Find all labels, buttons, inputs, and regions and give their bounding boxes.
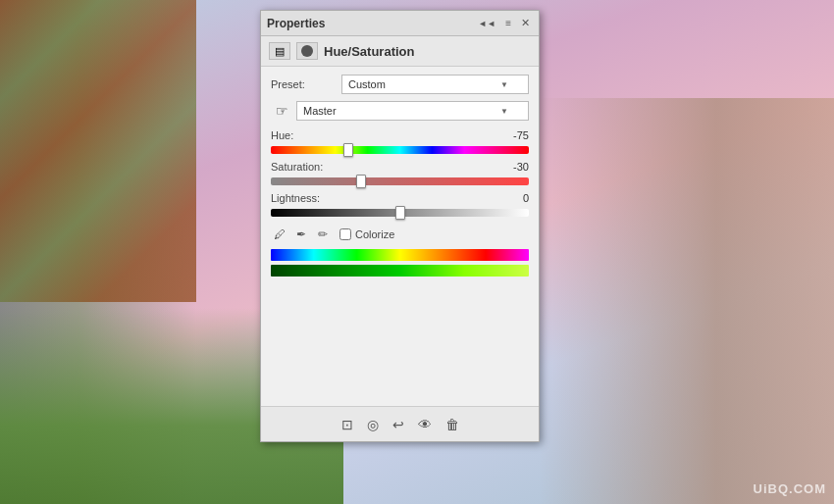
- hue-value: -75: [499, 129, 529, 141]
- visibility-circle-icon: ◎: [367, 417, 379, 432]
- create-layer-button[interactable]: ⊡: [339, 415, 355, 434]
- tools-group: 🖊 ✒ ✏: [271, 226, 332, 243]
- channel-dropdown[interactable]: Master ▼: [296, 101, 529, 121]
- colorize-checkbox[interactable]: [339, 228, 351, 240]
- panel-body: Preset: Custom ▼ ☞ Master ▼: [261, 67, 539, 406]
- spectrum-section: [271, 249, 529, 277]
- preset-label: Preset:: [271, 78, 341, 90]
- eyedropper-icon[interactable]: 🖊: [271, 226, 288, 243]
- circle-icon[interactable]: [296, 42, 318, 60]
- menu-icon: ≡: [505, 18, 511, 28]
- hue-slider-track-wrapper[interactable]: [271, 143, 529, 157]
- saturation-slider-row: Saturation: -30: [271, 161, 529, 188]
- saturation-slider-thumb[interactable]: [356, 175, 366, 188]
- title-bar-left: Properties: [267, 17, 325, 30]
- bg-right-arches: [540, 98, 834, 504]
- lightness-slider-thumb[interactable]: [395, 206, 405, 220]
- hue-slider-track: [271, 146, 529, 154]
- lightness-slider-row: Lightness: 0: [271, 192, 529, 220]
- layer-icon-symbol: ▤: [275, 45, 285, 58]
- section-header: ▤ Hue/Saturation: [261, 36, 539, 67]
- hue-slider-header: Hue: -75: [271, 129, 529, 141]
- title-controls: ◄◄ ≡ ✕: [475, 16, 533, 30]
- delete-button[interactable]: 🗑: [443, 415, 461, 434]
- add-sample-symbol: ✒: [296, 227, 306, 241]
- collapse-icon: ◄◄: [478, 19, 495, 28]
- colorize-label: Colorize: [355, 228, 394, 240]
- lightness-slider-track: [271, 209, 529, 217]
- hue-slider-thumb[interactable]: [343, 143, 353, 157]
- section-title: Hue/Saturation: [324, 44, 414, 59]
- properties-panel: Properties ◄◄ ≡ ✕ ▤ Hue/Saturation Prese…: [260, 10, 540, 442]
- lightness-label: Lightness:: [271, 192, 320, 204]
- bottom-toolbar: ⊡ ◎ ↩ 👁 🗑: [261, 406, 539, 441]
- preset-value: Custom: [348, 78, 386, 90]
- saturation-slider-track: [271, 177, 529, 185]
- watermark: UiBQ.COM: [754, 481, 826, 496]
- reset-button[interactable]: ↩: [391, 415, 406, 434]
- lightness-value: 0: [499, 192, 529, 204]
- preset-dropdown[interactable]: Custom ▼: [341, 75, 529, 94]
- subtract-sample-icon[interactable]: ✏: [314, 226, 332, 243]
- spectrum-green-bar: [271, 265, 529, 277]
- panel-empty-space: [271, 280, 529, 398]
- colorize-row: 🖊 ✒ ✏ Colorize: [271, 226, 529, 243]
- eye-button[interactable]: 👁: [416, 415, 434, 434]
- preset-row: Preset: Custom ▼: [271, 75, 529, 94]
- saturation-slider-header: Saturation: -30: [271, 161, 529, 173]
- lightness-slider-header: Lightness: 0: [271, 192, 529, 204]
- channel-value: Master: [303, 105, 337, 117]
- add-sample-icon[interactable]: ✒: [292, 226, 310, 243]
- circle-icon-symbol: [301, 45, 313, 57]
- preset-select-wrapper: Custom ▼: [341, 75, 529, 94]
- hand-icon-symbol: ☞: [276, 103, 288, 119]
- spectrum-rainbow-bar: [271, 249, 529, 261]
- channel-row: ☞ Master ▼: [271, 100, 529, 122]
- visibility-circle-button[interactable]: ◎: [365, 415, 381, 434]
- hue-slider-row: Hue: -75: [271, 129, 529, 157]
- reset-icon: ↩: [392, 417, 404, 432]
- saturation-label: Saturation:: [271, 161, 323, 173]
- panel-title: Properties: [267, 17, 325, 30]
- lightness-slider-track-wrapper[interactable]: [271, 206, 529, 220]
- hue-label: Hue:: [271, 129, 293, 141]
- channel-select-wrapper: Master ▼: [296, 101, 529, 121]
- chevron-down-icon: ▼: [500, 80, 508, 89]
- colorize-checkbox-label[interactable]: Colorize: [339, 228, 394, 240]
- trash-icon: 🗑: [445, 417, 459, 432]
- eyedropper-symbol: 🖊: [274, 227, 286, 241]
- close-icon: ✕: [521, 17, 530, 28]
- saturation-slider-track-wrapper[interactable]: [271, 175, 529, 188]
- close-button[interactable]: ✕: [518, 16, 533, 30]
- eye-icon: 👁: [418, 417, 432, 432]
- hand-tool-icon[interactable]: ☞: [271, 100, 292, 122]
- title-bar: Properties ◄◄ ≡ ✕: [261, 11, 539, 36]
- create-layer-icon: ⊡: [341, 417, 353, 432]
- collapse-button[interactable]: ◄◄: [475, 17, 498, 29]
- channel-chevron-icon: ▼: [500, 107, 508, 116]
- menu-button[interactable]: ≡: [502, 17, 514, 29]
- subtract-sample-symbol: ✏: [318, 227, 328, 241]
- layer-icon[interactable]: ▤: [269, 42, 290, 60]
- saturation-value: -30: [499, 161, 529, 173]
